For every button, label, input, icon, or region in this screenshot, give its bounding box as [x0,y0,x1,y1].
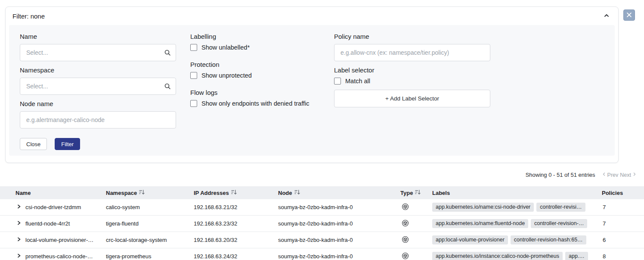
endpoint-ip: 192.168.63.21/32 [194,204,278,210]
column-header-ip-label: IP Addresses [194,190,229,196]
endpoint-namespace: tigera-fluentd [106,220,194,227]
endpoint-name: local-volume-provisioner-… [25,237,93,243]
column-header-type-label: Type [400,190,413,196]
expand-row-button[interactable] [16,220,22,227]
namespace-field-label: Namespace [20,66,54,74]
labelling-heading: Labelling [190,33,216,40]
policy-name-input[interactable] [334,44,490,61]
chevron-right-icon [16,220,22,227]
label-chip: controller-revision-… [531,219,587,229]
add-label-selector-button[interactable]: + Add Label Selector [334,90,490,107]
column-header-policies: Policies [602,190,644,196]
table-row[interactable]: prometheus-calico-node-… tigera-promethe… [0,248,644,260]
show-unprotected-checkbox[interactable] [190,72,197,79]
column-header-ip-addresses[interactable]: IP Addresses [194,189,278,196]
column-header-type[interactable]: Type [400,189,432,196]
label-chip: app.… [565,252,588,260]
endpoint-name: prometheus-calico-node-… [25,253,93,260]
protection-heading: Protection [190,61,220,68]
show-unlabelled-checkbox[interactable] [190,44,197,51]
chevron-right-icon [16,204,22,210]
show-unlabelled-row: Show unlabelled* [190,44,250,51]
policies-count: 7 [602,220,644,227]
column-header-node[interactable]: Node [278,189,400,196]
close-icon [627,12,632,19]
endpoint-type-icon [402,203,409,212]
endpoint-type-icon [402,252,409,260]
label-chip: app:local-volume-provisioner [432,235,508,245]
column-header-name: Name [15,190,106,196]
prev-page-button[interactable]: Prev [601,172,619,178]
sort-icon [139,189,145,196]
endpoint-name: fluentd-node-4rr2t [25,220,70,227]
table-row[interactable]: local-volume-provisioner-… crc-local-sto… [0,232,644,248]
table-row[interactable]: fluentd-node-4rr2t tigera-fluentd 192.16… [0,216,644,232]
filter-panel-body: Name Namespace Node name Close Filter [9,25,615,156]
pager: Prev Next [601,172,637,178]
close-button[interactable]: Close [20,138,47,150]
filter-action-buttons: Close Filter [20,138,80,150]
policy-name-field-label: Policy name [334,33,369,40]
chevron-right-icon [16,237,22,243]
endpoint-namespace: calico-system [106,204,194,210]
endpoint-node: soumya-bz-0zbo-kadm-infra-0 [278,253,400,260]
endpoint-node: soumya-bz-0zbo-kadm-infra-0 [278,220,400,227]
column-header-policies-label: Policies [602,190,623,196]
label-selector-heading: Label selector [334,66,374,74]
next-page-button[interactable]: Next [620,172,637,178]
collapse-panel-button[interactable] [604,13,610,20]
endpoint-namespace: crc-local-storage-system [106,237,194,243]
column-header-name-label: Name [15,190,31,196]
match-all-row: Match all [334,78,370,85]
chevron-left-icon [601,172,607,178]
column-header-node-label: Node [278,190,292,196]
namespace-select-input[interactable] [20,78,176,95]
label-chip: controller-revisi… [536,203,585,212]
denied-traffic-label: Show only endpoints with denied traffic [201,100,309,107]
show-unlabelled-label: Show unlabelled* [201,44,250,51]
endpoint-ip: 192.168.63.24/32 [194,253,278,260]
endpoint-name: csi-node-driver-tzdmm [25,204,81,210]
policies-count: 7 [602,204,644,210]
filter-button[interactable]: Filter [55,138,80,150]
endpoint-ip: 192.168.63.23/32 [194,220,278,227]
endpoint-node: soumya-bz-0zbo-kadm-infra-0 [278,237,400,243]
column-header-namespace-label: Namespace [106,190,137,196]
next-page-label: Next [620,172,631,178]
expand-row-button[interactable] [16,253,22,260]
column-header-labels-label: Labels [432,190,450,196]
denied-traffic-checkbox[interactable] [190,100,197,107]
flow-logs-heading: Flow logs [190,89,217,96]
label-chip: app.kubernetes.io/name:csi-node-driver [432,203,534,212]
label-chip: app.kubernetes.io/name:fluentd-node [432,219,528,229]
match-all-checkbox[interactable] [334,78,341,85]
table-row[interactable]: csi-node-driver-tzdmm calico-system 192.… [0,199,644,216]
label-chip: app.kubernetes.io/instance:calico-node-p… [432,252,563,260]
expand-row-button[interactable] [16,204,22,210]
endpoint-ip: 192.168.63.20/32 [194,237,278,243]
filter-panel-title: Filter: none [12,13,45,20]
dismiss-panel-button[interactable] [623,9,635,21]
node-name-field-label: Node name [20,100,53,107]
expand-row-button[interactable] [16,237,22,243]
endpoints-table-header: Name Namespace IP Addresses Node Type La… [0,186,644,199]
chevron-right-icon [632,172,637,178]
sort-icon [415,189,421,196]
sort-icon [294,189,300,196]
denied-traffic-row: Show only endpoints with denied traffic [190,100,309,107]
name-select-input[interactable] [20,44,176,61]
policies-count: 6 [602,237,644,243]
endpoint-node: soumya-bz-0zbo-kadm-infra-0 [278,204,400,210]
show-unprotected-label: Show unprotected [201,72,252,79]
name-field-label: Name [20,33,37,40]
endpoint-type-icon [402,219,409,228]
endpoints-table-body: csi-node-driver-tzdmm calico-system 192.… [0,199,644,260]
label-chip: controller-revision-hash:65… [511,235,586,245]
filter-panel-header: Filter: none [6,7,618,25]
column-header-namespace[interactable]: Namespace [106,189,194,196]
prev-page-label: Prev [607,172,619,178]
sort-icon [231,189,237,196]
node-name-input[interactable] [20,111,176,128]
show-unprotected-row: Show unprotected [190,72,252,79]
column-header-labels: Labels [432,190,602,196]
